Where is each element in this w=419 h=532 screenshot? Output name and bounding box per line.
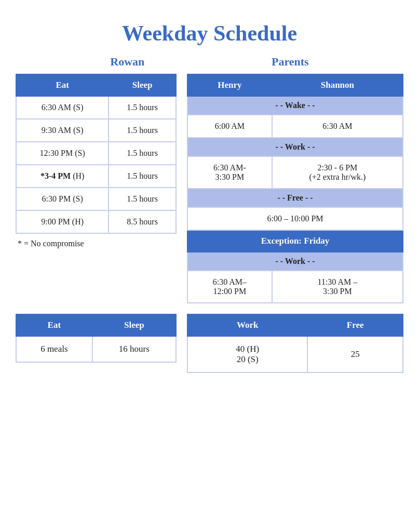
work-label: - - Work - - xyxy=(187,138,403,156)
free-data-row: 6:00 – 10:00 PM xyxy=(187,207,403,230)
shannon-header: Shannon xyxy=(272,74,403,96)
bold-eat-part: *3-4 PM xyxy=(40,171,71,180)
rowan-sleep-header: Sleep xyxy=(109,74,176,96)
sleep-cell: 1.5 hours xyxy=(109,119,176,142)
henry-wake: 6:00 AM xyxy=(187,115,272,138)
summary-left: Eat Sleep 6 meals 16 hours xyxy=(16,314,177,373)
shannon-work: 2:30 - 6 PM (+2 extra hr/wk.) xyxy=(272,156,403,189)
summary-rowan-header-row: Eat Sleep xyxy=(16,314,176,336)
eat-cell: 6:30 AM (S) xyxy=(16,96,109,119)
parents-table: Henry Shannon - - Wake - - 6:00 AM 6:30 … xyxy=(187,74,403,303)
note-text: * = No compromise xyxy=(16,239,177,248)
summary-eat-header: Eat xyxy=(16,314,92,336)
shannon-wake: 6:30 AM xyxy=(272,115,403,138)
rowan-header-row: Eat Sleep xyxy=(16,74,176,96)
wake-label-row: - - Wake - - xyxy=(187,96,403,115)
exception-label: Exception: Friday xyxy=(187,230,403,252)
sleep-cell: 1.5 hours xyxy=(109,96,176,119)
sleep-cell: 1.5 hours xyxy=(109,165,176,188)
page: Weekday Schedule Rowan Parents Eat Sleep… xyxy=(10,10,409,383)
summary-row: Eat Sleep 6 meals 16 hours Work Free 40 … xyxy=(16,314,403,373)
eat-cell: *3-4 PM (H) xyxy=(16,165,109,188)
rowan-eat-header: Eat xyxy=(16,74,109,96)
summary-rowan-table: Eat Sleep 6 meals 16 hours xyxy=(16,314,177,363)
summary-parents-header-row: Work Free xyxy=(187,314,403,336)
summary-rowan-data-row: 6 meals 16 hours xyxy=(16,336,176,362)
free-combined: 6:00 – 10:00 PM xyxy=(187,207,403,230)
summary-eat-value: 6 meals xyxy=(16,336,92,362)
summary-sleep-value: 16 hours xyxy=(92,336,176,362)
eat-cell: 12:30 PM (S) xyxy=(16,142,109,165)
summary-right: Work Free 40 (H) 20 (S) 25 xyxy=(187,314,403,373)
page-title: Weekday Schedule xyxy=(16,21,403,46)
summary-free-header: Free xyxy=(307,314,403,336)
exception-header-row: Exception: Friday xyxy=(187,230,403,252)
sleep-cell: 1.5 hours xyxy=(109,188,176,210)
work-data-row: 6:30 AM- 3:30 PM 2:30 - 6 PM (+2 extra h… xyxy=(187,156,403,189)
free-label-row: - - Free - - xyxy=(187,189,403,207)
table-row: 12:30 PM (S) 1.5 hours xyxy=(16,142,176,165)
eat-cell: 9:30 AM (S) xyxy=(16,119,109,142)
rowan-panel: Eat Sleep 6:30 AM (S) 1.5 hours 9:30 AM … xyxy=(16,74,177,248)
parents-header-row: Henry Shannon xyxy=(187,74,403,96)
section-headers: Rowan Parents xyxy=(16,55,403,69)
table-row: 6:30 AM (S) 1.5 hours xyxy=(16,96,176,119)
shannon-exception-work: 11:30 AM – 3:30 PM xyxy=(272,271,403,303)
exception-work-data-row: 6:30 AM– 12:00 PM 11:30 AM – 3:30 PM xyxy=(187,271,403,303)
summary-work-header: Work xyxy=(187,314,307,336)
summary-parents-data-row: 40 (H) 20 (S) 25 xyxy=(187,336,403,373)
parents-header: Parents xyxy=(272,55,309,69)
rowan-header: Rowan xyxy=(110,55,144,69)
table-row: 6:30 PM (S) 1.5 hours xyxy=(16,188,176,210)
sleep-cell: 1.5 hours xyxy=(109,142,176,165)
summary-sleep-header: Sleep xyxy=(92,314,176,336)
work-label-row: - - Work - - xyxy=(187,138,403,156)
rowan-table: Eat Sleep 6:30 AM (S) 1.5 hours 9:30 AM … xyxy=(16,74,177,234)
henry-header: Henry xyxy=(187,74,272,96)
parents-panel: Henry Shannon - - Wake - - 6:00 AM 6:30 … xyxy=(187,74,403,303)
table-row: 9:30 AM (S) 1.5 hours xyxy=(16,119,176,142)
tables-row: Eat Sleep 6:30 AM (S) 1.5 hours 9:30 AM … xyxy=(16,74,403,303)
free-label: - - Free - - xyxy=(187,189,403,207)
summary-parents-table: Work Free 40 (H) 20 (S) 25 xyxy=(187,314,403,373)
exception-work-label-row: - - Work - - xyxy=(187,252,403,271)
normal-eat-part: (H) xyxy=(73,171,84,180)
sleep-cell: 8.5 hours xyxy=(109,210,176,233)
exception-work-label: - - Work - - xyxy=(187,252,403,271)
henry-exception-work: 6:30 AM– 12:00 PM xyxy=(187,271,272,303)
eat-cell: 6:30 PM (S) xyxy=(16,188,109,210)
wake-data-row: 6:00 AM 6:30 AM xyxy=(187,115,403,138)
summary-free-value: 25 xyxy=(307,336,403,373)
wake-label: - - Wake - - xyxy=(187,96,403,115)
summary-work-value: 40 (H) 20 (S) xyxy=(187,336,307,373)
henry-work: 6:30 AM- 3:30 PM xyxy=(187,156,272,189)
table-row: *3-4 PM (H) 1.5 hours xyxy=(16,165,176,188)
table-row: 9:00 PM (H) 8.5 hours xyxy=(16,210,176,233)
eat-cell: 9:00 PM (H) xyxy=(16,210,109,233)
